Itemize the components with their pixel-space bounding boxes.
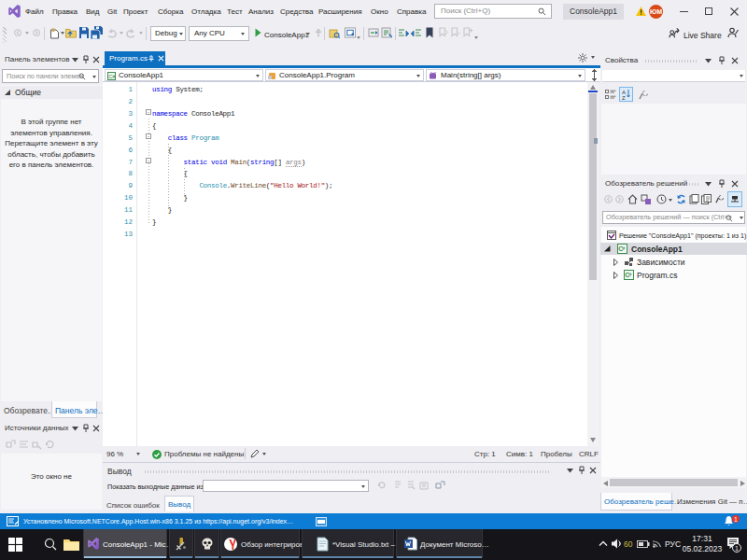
svg-text:C#: C# xyxy=(108,73,116,78)
svg-text:Z: Z xyxy=(622,95,626,101)
